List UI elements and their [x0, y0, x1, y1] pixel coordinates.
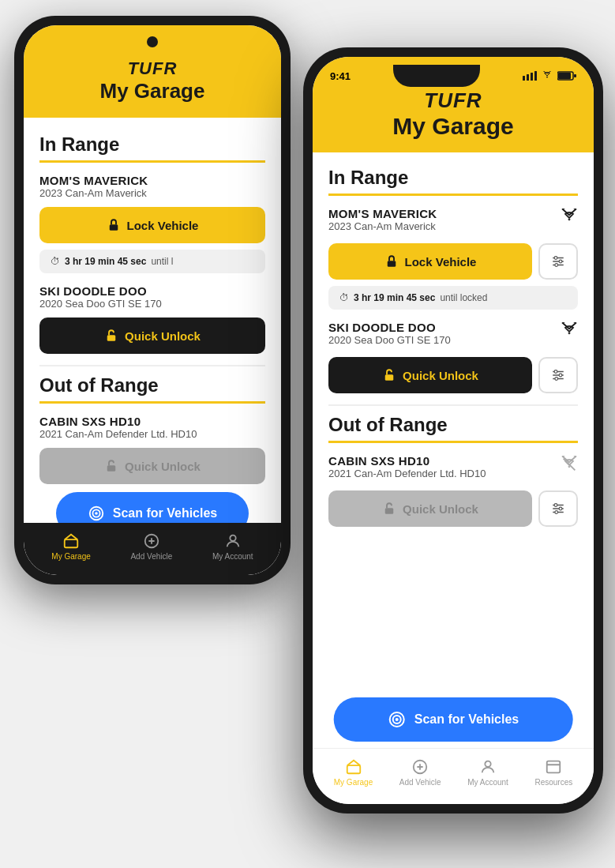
front-content: In Range MOM'S MAVERICK 2023 Can-Am Mave… — [313, 152, 594, 748]
back-vehicle1-name: MOM'S MAVERICK — [39, 174, 265, 187]
svg-point-30 — [559, 374, 562, 377]
front-lock-button[interactable]: Lock Vehicle — [328, 243, 532, 280]
front-vehicle3-model: 2021 Can-Am Defender Ltd. HD10 — [328, 468, 561, 479]
front-time: 9:41 — [330, 70, 351, 82]
wifi-icon — [541, 71, 553, 81]
svg-point-22 — [554, 257, 557, 260]
wifi-disabled-icon — [561, 456, 578, 473]
svg-rect-1 — [107, 335, 116, 341]
front-scan-icon — [388, 710, 407, 729]
front-vehicle1-row: MOM'S MAVERICK 2023 Can-Am Maverick — [328, 207, 578, 240]
svg-rect-14 — [534, 71, 537, 81]
front-nav-account[interactable]: My Account — [467, 758, 508, 787]
front-scan-button[interactable]: Scan for Vehicles — [334, 697, 573, 742]
front-add-icon — [411, 758, 429, 776]
back-phone: TUFR My Garage In Range MOM'S MAVERICK 2… — [14, 16, 291, 584]
front-nav-garage[interactable]: My Garage — [334, 758, 373, 787]
front-divider — [328, 404, 578, 406]
svg-point-29 — [554, 370, 557, 374]
wifi-active-icon-2 — [561, 322, 578, 340]
svg-rect-33 — [385, 508, 394, 514]
front-vehicle1-wifi-icon — [561, 209, 578, 230]
svg-point-38 — [559, 507, 562, 510]
wifi-active-icon — [561, 209, 578, 226]
front-vehicle1-settings-button[interactable] — [538, 243, 578, 280]
settings-icon-2 — [551, 368, 565, 382]
back-bottom-nav: My Garage Add Vehicle My Account — [24, 523, 281, 575]
account-icon — [224, 532, 242, 550]
back-vehicle3-model: 2021 Can-Am Defender Ltd. HD10 — [39, 428, 265, 440]
settings-icon-3 — [551, 502, 565, 516]
svg-rect-2 — [107, 465, 116, 472]
back-vehicle3-name: CABIN SXS HD10 — [39, 415, 265, 428]
back-title: My Garage — [43, 79, 262, 103]
front-vehicle3-row: CABIN SXS HD10 2021 Can-Am Defender Ltd.… — [328, 454, 578, 487]
front-nav-resources[interactable]: Resources — [534, 758, 572, 787]
back-timer-bar: ⏱ 3 hr 19 min 45 sec until l — [39, 250, 265, 273]
front-bottom-nav: My Garage Add Vehicle My Account — [313, 748, 594, 804]
front-account-icon — [479, 758, 497, 776]
front-vehicle1-model: 2023 Can-Am Maverick — [328, 220, 561, 232]
front-vehicle2-model: 2020 Sea Doo GTI SE 170 — [328, 334, 561, 346]
svg-point-10 — [230, 535, 235, 541]
front-vehicle2-row: SKI DOODLE DOO 2020 Sea Doo GTI SE 170 — [328, 321, 578, 354]
back-camera-dot — [147, 36, 158, 47]
svg-rect-43 — [347, 765, 360, 773]
front-vehicle3-wifi-icon — [561, 456, 578, 477]
front-vehicle2-wifi-icon — [561, 322, 578, 344]
front-vehicle1-btn-row: Lock Vehicle — [328, 243, 578, 280]
back-vehicle2-model: 2020 Sea Doo GTI SE 170 — [39, 298, 265, 310]
back-nav-account[interactable]: My Account — [212, 532, 253, 561]
front-vehicle2-info: SKI DOODLE DOO 2020 Sea Doo GTI SE 170 — [328, 321, 561, 354]
svg-point-42 — [396, 718, 399, 721]
svg-rect-11 — [523, 76, 525, 81]
back-quick-unlock-button-2[interactable]: Quick Unlock — [39, 448, 265, 484]
front-clock-icon: ⏱ — [339, 292, 349, 303]
front-nav-add[interactable]: Add Vehicle — [399, 758, 441, 787]
front-status-icons — [523, 71, 576, 81]
back-out-of-range-label: Out of Range — [39, 374, 265, 404]
lock-icon — [107, 218, 121, 232]
front-home-icon — [345, 758, 362, 776]
svg-rect-17 — [574, 74, 576, 77]
battery-icon — [557, 71, 576, 81]
back-nav-add[interactable]: Add Vehicle — [130, 532, 172, 561]
front-title: My Garage — [332, 113, 575, 140]
home-icon — [62, 532, 80, 550]
front-vehicle3-btn-row: Quick Unlock — [328, 490, 578, 527]
svg-rect-12 — [527, 74, 529, 81]
front-header: TUFR My Garage — [313, 87, 594, 152]
front-vehicle2-btn-row: Quick Unlock — [328, 357, 578, 393]
svg-rect-25 — [385, 374, 394, 381]
back-content: In Range MOM'S MAVERICK 2023 Can-Am Mave… — [24, 118, 281, 523]
front-vehicle3-name: CABIN SXS HD10 — [328, 454, 561, 468]
front-quick-unlock-button-2[interactable]: Quick Unlock — [328, 490, 532, 527]
svg-point-47 — [485, 761, 490, 767]
svg-point-37 — [554, 504, 557, 507]
settings-icon-1 — [551, 254, 565, 269]
back-brand: TUFR — [43, 58, 262, 79]
front-notch-pill — [393, 65, 480, 87]
svg-rect-48 — [547, 761, 561, 773]
signal-icon — [523, 71, 537, 81]
svg-point-31 — [555, 378, 558, 381]
back-divider — [39, 365, 265, 366]
back-scan-button[interactable]: Scan for Vehicles — [56, 492, 248, 523]
back-quick-unlock-button-1[interactable]: Quick Unlock — [39, 318, 265, 354]
scan-icon — [88, 505, 105, 522]
back-lock-button[interactable]: Lock Vehicle — [39, 207, 265, 243]
front-vehicle3-settings-button[interactable] — [538, 490, 578, 527]
back-notch-area — [24, 25, 281, 54]
front-out-of-range-label: Out of Range — [328, 414, 578, 443]
svg-rect-18 — [387, 261, 396, 267]
back-nav-garage[interactable]: My Garage — [51, 532, 90, 561]
svg-point-24 — [555, 264, 558, 267]
front-vehicle2-settings-button[interactable] — [538, 357, 578, 393]
svg-rect-6 — [65, 539, 78, 547]
front-timer-bar: ⏱ 3 hr 19 min 45 sec until locked — [328, 286, 578, 310]
unlock-icon-1 — [104, 329, 118, 343]
back-vehicle2-name: SKI DOODLE DOO — [39, 284, 265, 298]
svg-rect-13 — [531, 73, 533, 81]
front-quick-unlock-button-1[interactable]: Quick Unlock — [328, 357, 532, 393]
back-vehicle1-model: 2023 Can-Am Maverick — [39, 187, 265, 199]
